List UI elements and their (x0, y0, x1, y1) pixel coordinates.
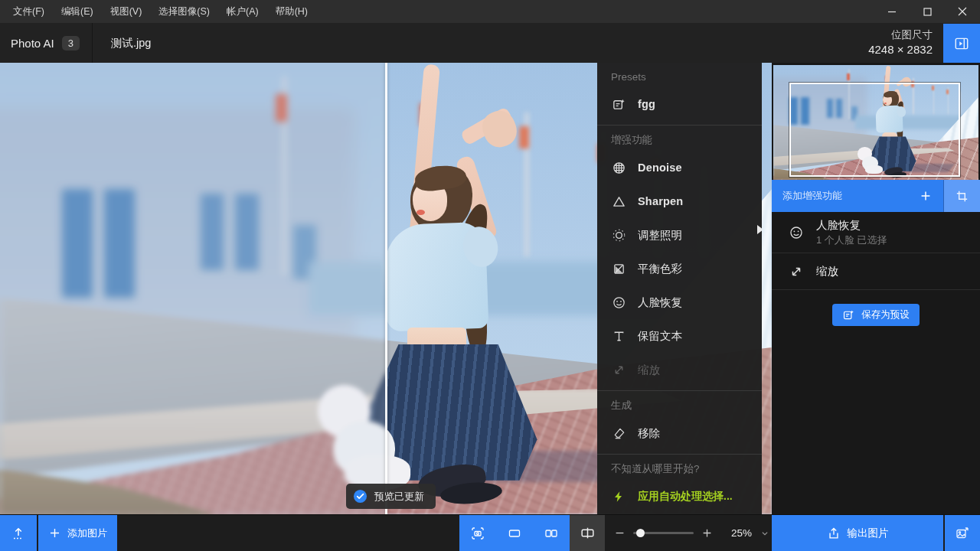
close-icon (958, 7, 967, 16)
eraser-icon (611, 425, 626, 441)
menu-item-upscale[interactable]: 缩放 (597, 353, 762, 386)
plus-icon (919, 189, 933, 203)
compare-view-icon (580, 525, 596, 541)
export-icon (827, 527, 841, 540)
face-smiley-icon (789, 225, 804, 240)
add-enhancement-label: 添加增强功能 (782, 189, 919, 203)
lightning-icon (611, 489, 626, 504)
enhancement-upscale[interactable]: 缩放 (772, 253, 980, 290)
menu-item-label: 缩放 (638, 363, 660, 377)
save-preset-button[interactable]: 保存为预设 (832, 304, 920, 326)
add-image-label: 添加图片 (67, 527, 107, 540)
photo-ai-window: 文件(F) 编辑(E) 视图(V) 选择图像(S) 帐户(A) 帮助(H) Ph… (0, 0, 980, 551)
bottom-toolbar: 添加图片 (0, 514, 980, 551)
panel-toggle-button[interactable] (943, 24, 980, 63)
titlebar: 文件(F) 编辑(E) 视图(V) 选择图像(S) 帐户(A) 帮助(H) (0, 0, 980, 23)
menu-item-label: fgg (638, 98, 655, 110)
upscale-arrow-icon (611, 362, 626, 377)
check-circle-icon (353, 489, 368, 504)
upload-image-button[interactable] (0, 515, 37, 551)
upload-icon (11, 526, 26, 541)
menu-item-remove[interactable]: 移除 (597, 416, 762, 450)
image-export-icon (955, 526, 970, 541)
autodetect-view-button[interactable] (459, 515, 496, 551)
menu-account[interactable]: 帐户(A) (218, 0, 267, 23)
compare-view-button[interactable] (570, 515, 605, 551)
single-view-icon (507, 526, 522, 541)
menu-item-adjust-lighting[interactable]: 调整照明 (597, 218, 762, 252)
add-enhancement-button[interactable]: 添加增强功能 (772, 180, 943, 212)
zoom-slider[interactable] (633, 532, 694, 534)
bitmap-size-value: 4248 × 2832 (868, 42, 933, 57)
menu-item-label: 保留文本 (638, 329, 682, 344)
right-sidebar: 添加增强功能 人脸恢复 1 个人脸 已选择 (772, 63, 980, 514)
denoise-icon (611, 160, 626, 175)
enhancements-header: 增强功能 (597, 129, 762, 151)
tab-document-label: 测试.jpg (111, 36, 151, 51)
tab-bar: Photo AI 3 测试.jpg 位图尺寸 4248 × 2832 (0, 23, 980, 63)
menu-item-sharpen[interactable]: Sharpen (597, 184, 762, 218)
menu-divider (597, 454, 762, 455)
zoom-slider-handle[interactable] (636, 529, 645, 537)
zoom-controls: 25% (614, 515, 770, 551)
help-header: 不知道从哪里开始? (597, 458, 762, 480)
menu-help[interactable]: 帮助(H) (267, 0, 316, 23)
zoom-in-button[interactable] (701, 527, 713, 539)
generate-header: 生成 (597, 395, 762, 416)
menu-select-image[interactable]: 选择图像(S) (150, 0, 218, 23)
add-image-button[interactable]: 添加图片 (38, 515, 117, 551)
navigator-viewport-rect[interactable] (789, 83, 959, 177)
toast-label: 预览已更新 (374, 490, 424, 504)
menu-item-balance-color[interactable]: 平衡色彩 (597, 252, 762, 285)
zoom-out-button[interactable] (614, 527, 626, 539)
minimize-icon (887, 7, 897, 16)
menu-item-label: 调整照明 (638, 228, 682, 243)
menu-bar: 文件(F) 编辑(E) 视图(V) 选择图像(S) 帐户(A) 帮助(H) (0, 0, 316, 23)
panel-toggle-icon (953, 35, 970, 52)
app-brand: Photo AI 3 (0, 23, 92, 63)
maximize-button[interactable] (910, 0, 945, 23)
crop-button[interactable] (943, 180, 980, 212)
menu-item-label: 应用自动处理选择... (638, 490, 733, 504)
zoom-level-value[interactable]: 25% (731, 527, 752, 539)
face-recovery-subtitle: 1 个人脸 已选择 (816, 233, 887, 246)
plus-icon (48, 527, 61, 540)
view-mode-segment (459, 515, 570, 551)
autodetect-view-icon (470, 526, 485, 541)
export-image-button[interactable]: 输出图片 (772, 515, 943, 551)
main-area: 预览已更新 Presets fgg 增强功能 Denoise (0, 63, 980, 514)
enhancement-face-recovery[interactable]: 人脸恢复 1 个人脸 已选择 (772, 212, 980, 253)
split-view-button[interactable] (533, 515, 570, 551)
menu-view[interactable]: 视图(V) (102, 0, 151, 23)
navigator-thumbnail[interactable] (773, 65, 978, 180)
single-view-button[interactable] (496, 515, 533, 551)
queue-count-badge[interactable]: 3 (62, 36, 80, 51)
preview-updated-toast: 预览已更新 (346, 484, 436, 509)
split-view-icon (544, 526, 559, 541)
text-icon (611, 328, 626, 344)
chevron-down-icon[interactable] (760, 528, 770, 539)
menu-item-label: Sharpen (638, 195, 683, 207)
menu-file[interactable]: 文件(F) (5, 0, 53, 23)
tab-document[interactable]: 测试.jpg (92, 23, 169, 63)
menu-item-autopilot[interactable]: 应用自动处理选择... (597, 480, 762, 514)
save-preset-label: 保存为预设 (861, 308, 910, 321)
menu-item-denoise[interactable]: Denoise (597, 151, 762, 184)
compare-divider-handle[interactable] (385, 63, 387, 514)
sharpen-icon (611, 194, 626, 209)
close-button[interactable] (945, 0, 980, 23)
bitmap-size-label: 位图尺寸 (868, 28, 933, 42)
menu-item-face-recovery[interactable]: 人脸恢复 (597, 285, 762, 319)
face-smiley-icon (611, 295, 626, 310)
bitmap-size-info: 位图尺寸 4248 × 2832 (868, 28, 933, 57)
minimize-button[interactable] (874, 0, 910, 23)
image-export-options-button[interactable] (945, 515, 980, 551)
menu-item-label: 移除 (638, 426, 660, 441)
menu-item-preserve-text[interactable]: 保留文本 (597, 319, 762, 353)
preset-icon (842, 308, 855, 321)
menu-item-preset-fgg[interactable]: fgg (597, 87, 762, 121)
submenu-arrow-icon (757, 225, 762, 234)
menu-item-label: Denoise (638, 161, 682, 174)
menu-edit[interactable]: 编辑(E) (53, 0, 102, 23)
before-preview-half (0, 63, 386, 514)
